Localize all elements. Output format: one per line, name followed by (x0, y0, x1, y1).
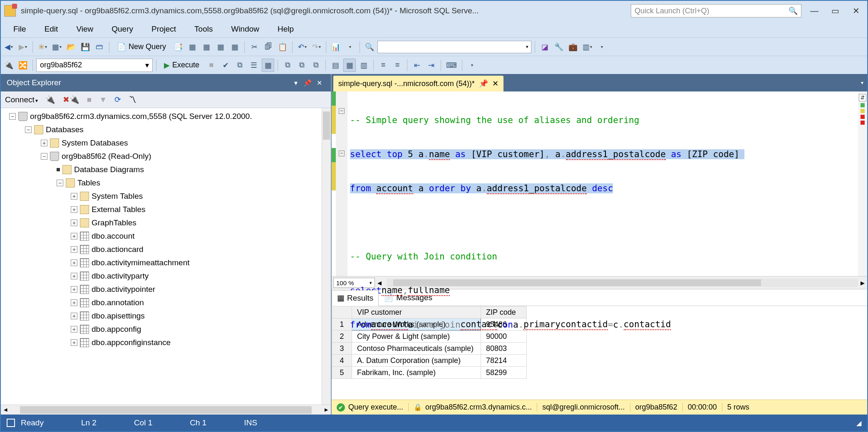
menu-query[interactable]: Query (102, 22, 142, 36)
window-layout-button[interactable]: ▥▾ (581, 40, 594, 54)
connect-icon[interactable]: 🔌 (45, 95, 55, 104)
pin-icon[interactable]: 📌 (479, 79, 488, 88)
tree-table-node[interactable]: +dbo.activitymimeattachment (1, 256, 331, 269)
sqlcmd-mode-button[interactable]: ⌨ (444, 59, 459, 72)
menu-window[interactable]: Window (222, 22, 268, 36)
save-button[interactable]: 💾 (79, 40, 92, 54)
menu-project[interactable]: Project (142, 22, 185, 36)
include-plan-button[interactable]: ⧉ (281, 59, 294, 72)
marker-icon[interactable] (861, 109, 865, 113)
refresh-icon[interactable]: ⟳ (114, 95, 121, 104)
panel-close-button[interactable]: ✕ (313, 79, 325, 87)
fold-icon[interactable]: − (339, 151, 345, 156)
comment-button[interactable]: ≡ (377, 59, 389, 72)
code-lines[interactable]: -- Simple query showing the use of alias… (347, 91, 867, 276)
close-button[interactable]: ✕ (848, 3, 864, 18)
menu-edit[interactable]: Edit (35, 22, 67, 36)
tools-button[interactable]: 🔧 (553, 40, 565, 54)
tree-system-databases-node[interactable]: +System Databases (1, 136, 331, 150)
panel-dropdown-button[interactable]: ▾ (290, 79, 302, 87)
tree-table-node[interactable]: +dbo.appconfiginstance (1, 336, 331, 349)
horizontal-scrollbar[interactable]: ◀▶ (1, 405, 331, 415)
tree-table-node[interactable]: +dbo.activityparty (1, 269, 331, 283)
menu-tools[interactable]: Tools (185, 22, 222, 36)
activity-monitor-button[interactable]: 📊 (330, 40, 342, 54)
stop-icon[interactable]: ■ (87, 95, 92, 104)
results-grid-button[interactable]: ▦ (262, 59, 274, 72)
menu-help[interactable]: Help (268, 22, 303, 36)
disconnect-icon[interactable]: ✖🔌 (63, 95, 79, 104)
marker-icon[interactable] (861, 115, 865, 119)
quick-launch-input[interactable]: Quick Launch (Ctrl+Q) 🔍 (631, 4, 801, 17)
paste-button[interactable]: 📋 (276, 40, 289, 54)
toolbar-overflow[interactable]: ▾ (466, 59, 478, 72)
tree-system-tables-node[interactable]: +System Tables (1, 190, 331, 203)
tree-table-node[interactable]: +dbo.annotation (1, 296, 331, 309)
extensions-button[interactable]: ◪ (538, 40, 551, 54)
dmx-button[interactable]: ▦ (200, 40, 213, 54)
filter-icon[interactable]: ▼ (99, 95, 107, 104)
table-row[interactable]: 5Fabrikam, Inc. (sample)58299 (332, 367, 527, 379)
surround-button[interactable]: ▦ (343, 59, 356, 72)
connect-button[interactable]: 🔌 (2, 59, 15, 72)
include-live-stats-button[interactable]: ⧉ (295, 59, 308, 72)
code-editor[interactable]: − − -- Simple query showing the use of a… (332, 91, 867, 276)
marker-icon[interactable] (861, 121, 865, 125)
close-tab-icon[interactable]: ✕ (492, 79, 498, 88)
menu-view[interactable]: View (67, 22, 102, 36)
new-query-button[interactable]: 📄New Query (113, 40, 170, 54)
change-connection-button[interactable]: 🔀 (17, 59, 29, 72)
cut-button[interactable]: ✂ (248, 40, 260, 54)
nav-back-button[interactable]: ◀▾ (2, 40, 15, 54)
dax-button[interactable]: ▦ (228, 40, 241, 54)
document-tab[interactable]: simple-query.sql -...nmicrosoft.com (54)… (333, 76, 503, 91)
stop-button[interactable]: ■ (205, 59, 218, 72)
tabs-dropdown[interactable]: ▾ (857, 80, 867, 86)
results-text-button[interactable]: ☰ (248, 59, 260, 72)
database-combo[interactable]: org9ba85f62 ▾ (36, 59, 153, 72)
maximize-button[interactable]: ▭ (827, 3, 843, 18)
find-button[interactable]: 🔍 (363, 40, 376, 54)
new-item-button[interactable]: ✳▾ (36, 40, 49, 54)
include-client-stats-button[interactable]: ⧉ (310, 59, 322, 72)
activity-dropdown[interactable]: ▾ (344, 40, 356, 54)
resize-grip-icon[interactable]: ◢ (856, 419, 861, 427)
tree-table-node[interactable]: +dbo.appconfig (1, 323, 331, 336)
display-plan-button[interactable]: ⧉ (233, 59, 246, 72)
copy-button[interactable]: 🗐 (262, 40, 275, 54)
vertical-scrollbar[interactable] (322, 108, 331, 405)
toolbox-button[interactable]: 💼 (567, 40, 579, 54)
activity-icon[interactable]: 〽 (129, 95, 136, 104)
new-file-button[interactable]: ▦▾ (50, 40, 63, 54)
search-combo[interactable]: ▾ (377, 41, 531, 53)
results-tab[interactable]: ▦Results (332, 290, 379, 306)
connect-dropdown[interactable]: Connect▾ (5, 95, 38, 104)
decrease-indent-button[interactable]: ⇤ (411, 59, 423, 72)
tree-databases-node[interactable]: −Databases (1, 123, 331, 136)
open-button[interactable]: 📂 (65, 40, 77, 54)
nav-forward-button[interactable]: ▶▾ (17, 40, 29, 54)
horizontal-scrollbar[interactable] (387, 279, 858, 287)
undo-button[interactable]: ↶▾ (296, 40, 308, 54)
tree-user-database-node[interactable]: −org9ba85f62 (Read-Only) (1, 150, 331, 163)
template-button[interactable]: 📑 (172, 40, 184, 54)
redo-button[interactable]: ↷▾ (310, 40, 322, 54)
panel-pin-button[interactable]: 📌 (302, 79, 313, 87)
tree-server-node[interactable]: −org9ba85f62.crm3.dynamics.com,5558 (SQL… (1, 110, 331, 123)
tree-table-node[interactable]: +dbo.apisettings (1, 309, 331, 323)
save-all-button[interactable]: 🗃 (93, 40, 106, 54)
tree-table-node[interactable]: +dbo.actioncard (1, 243, 331, 256)
tree-table-node[interactable]: +dbo.activitypointer (1, 283, 331, 296)
increase-indent-button[interactable]: ⇥ (425, 59, 437, 72)
tree-graph-tables-node[interactable]: +GraphTables (1, 216, 331, 230)
menu-file[interactable]: File (4, 22, 35, 36)
uncomment-button[interactable]: ≡ (391, 59, 404, 72)
object-explorer-tree[interactable]: −org9ba85f62.crm3.dynamics.com,5558 (SQL… (1, 108, 331, 405)
toolbar-overflow[interactable]: ▾ (595, 40, 608, 54)
tree-diagrams-node[interactable]: Database Diagrams (1, 163, 331, 176)
xmla-button[interactable]: ▦ (214, 40, 227, 54)
table-row[interactable]: 4A. Datum Corporation (sample)78214 (332, 355, 527, 367)
tree-tables-node[interactable]: −Tables (1, 176, 331, 190)
marker-icon[interactable] (861, 103, 865, 107)
minimize-button[interactable]: — (806, 3, 822, 18)
